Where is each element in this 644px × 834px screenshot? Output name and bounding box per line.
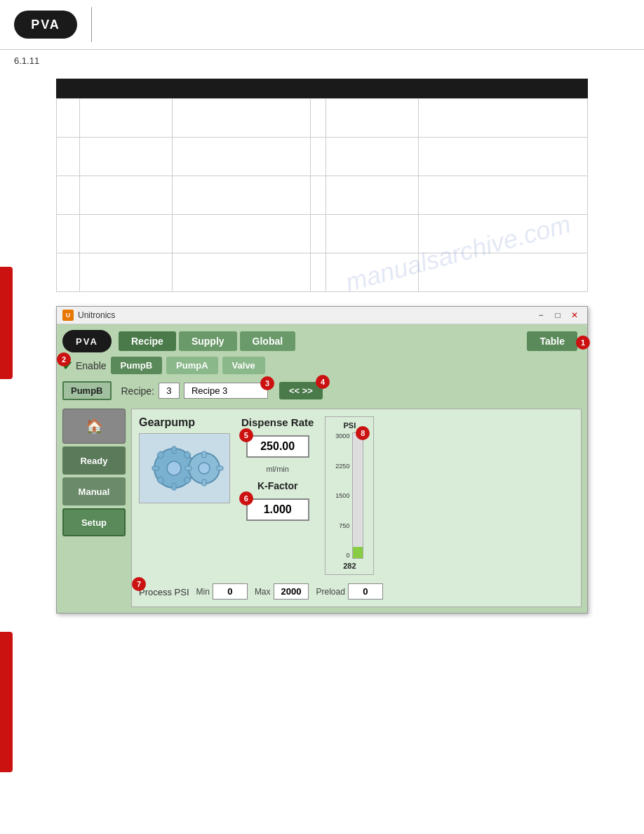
table-row [57, 253, 588, 292]
table-cell [326, 138, 418, 176]
gearpump-title: Gearpump [139, 416, 230, 429]
ready-button[interactable]: Ready [62, 446, 126, 475]
gauge-label-1500: 1500 [335, 492, 349, 499]
table-cell [172, 176, 310, 215]
table-cell [57, 215, 80, 253]
pump-left: Gearpump [139, 416, 230, 575]
recipe-name-text: Recipe 3 [192, 385, 227, 396]
table-cell [79, 99, 172, 138]
process-min-group: Min 0 [196, 583, 248, 600]
svg-rect-4 [152, 466, 159, 470]
titlebar-left: U Unitronics [62, 310, 115, 321]
preload-label: Preload [316, 587, 344, 597]
page-header: PVA [0, 0, 644, 50]
table-cell [311, 99, 326, 138]
svg-rect-14 [185, 466, 192, 470]
table-row [57, 176, 588, 215]
badge-4: 4 [316, 375, 330, 389]
table-cell [326, 215, 418, 253]
pump-right: Dispense Rate 250.00 5 ml/min K-Factor 1… [241, 416, 314, 575]
recipe-number-box[interactable]: 3 [159, 383, 180, 399]
gauge-bar-fill [353, 547, 363, 558]
max-label: Max [255, 587, 271, 597]
close-button[interactable]: ✕ [568, 310, 582, 321]
table-cell [418, 138, 587, 176]
table-cell [418, 253, 587, 292]
dispense-rate-value[interactable]: 250.00 [246, 435, 309, 458]
table-cell [172, 253, 310, 292]
process-max-group: Max 2000 [255, 583, 309, 600]
window-titlebar: U Unitronics − □ ✕ [57, 307, 587, 324]
table-cell [57, 138, 80, 176]
process-psi-label: Process PSI [139, 587, 189, 597]
doc-table [56, 98, 588, 292]
pump-a-button[interactable]: PumpA [166, 357, 218, 374]
badge-5: 5 [239, 428, 253, 442]
tab-table[interactable]: Table [527, 331, 577, 351]
gauge-labels: 3000 2250 1500 750 0 [335, 432, 349, 559]
svg-rect-15 [217, 466, 223, 470]
recipe-name-box[interactable]: Recipe 3 3 [184, 383, 268, 399]
svg-point-11 [199, 463, 210, 474]
table-row [57, 99, 588, 138]
tab-recipe[interactable]: Recipe [119, 331, 176, 351]
app-pva-logo: PVA [62, 330, 112, 352]
header-divider [91, 7, 92, 42]
table-cell [172, 138, 310, 176]
table-cell [418, 99, 587, 138]
setup-button[interactable]: Setup [62, 508, 126, 536]
recipe-row: PumpB Recipe: 3 Recipe 3 3 << 4 >> [57, 378, 587, 403]
table-cell [79, 215, 172, 253]
table-cell [311, 138, 326, 176]
preload-value[interactable]: 0 [348, 583, 383, 600]
home-button[interactable]: 🏠 [62, 409, 126, 444]
doc-table-section [56, 79, 588, 292]
max-value[interactable]: 2000 [274, 583, 309, 600]
manual-button[interactable]: Manual [62, 477, 126, 505]
titlebar-controls[interactable]: − □ ✕ [534, 310, 582, 321]
process-preload-group: Preload 0 [316, 583, 382, 600]
left-sidebar: 🏠 Ready Manual Setup [62, 409, 126, 607]
table-cell [57, 176, 80, 215]
dispense-rate-unit: ml/min [266, 465, 288, 473]
pump-panel: Gearpump [131, 409, 582, 607]
svg-rect-3 [172, 483, 176, 490]
gauge-label-0: 0 [335, 552, 349, 559]
min-value[interactable]: 0 [213, 583, 248, 600]
psi-title: PSI [344, 421, 356, 430]
pump-top: Gearpump [139, 416, 574, 575]
maximize-button[interactable]: □ [551, 310, 565, 321]
svg-rect-2 [172, 446, 176, 454]
table-cell [79, 253, 172, 292]
window-title: Unitronics [78, 310, 115, 320]
table-cell [311, 176, 326, 215]
table-cell [79, 138, 172, 176]
table-header-bar [56, 79, 588, 98]
kfactor-value[interactable]: 1.000 [246, 498, 309, 521]
pump-b-button[interactable]: PumpB [111, 357, 163, 374]
table-cell [172, 99, 310, 138]
svg-rect-12 [202, 451, 206, 458]
pump-b-box: PumpB [62, 381, 112, 400]
app-window: U Unitronics − □ ✕ PVA Recipe Supply Glo… [56, 306, 588, 614]
valve-button[interactable]: Valve [222, 357, 265, 374]
table-cell [57, 253, 80, 292]
table-cell [326, 176, 418, 215]
enable-label: Enable [76, 360, 107, 371]
app-window-wrapper: U Unitronics − □ ✕ PVA Recipe Supply Glo… [56, 306, 588, 614]
badge-7: 7 [132, 577, 146, 591]
gauge-label-2250: 2250 [335, 463, 349, 470]
kfactor-title: K-Factor [257, 480, 298, 491]
table-cell [172, 215, 310, 253]
app-icon: U [62, 310, 74, 321]
gear-svg [142, 437, 227, 500]
gear-image [139, 433, 230, 503]
red-side-tab-top [0, 267, 13, 379]
tab-global[interactable]: Global [240, 331, 296, 351]
nav-prev-button[interactable]: << 4 >> [279, 382, 323, 399]
table-cell [79, 176, 172, 215]
minimize-button[interactable]: − [534, 310, 548, 321]
nav-tabs-row1: PVA Recipe Supply Global Table 1 [57, 324, 587, 352]
tab-supply[interactable]: Supply [179, 331, 237, 351]
badge-2: 2 [57, 352, 71, 366]
